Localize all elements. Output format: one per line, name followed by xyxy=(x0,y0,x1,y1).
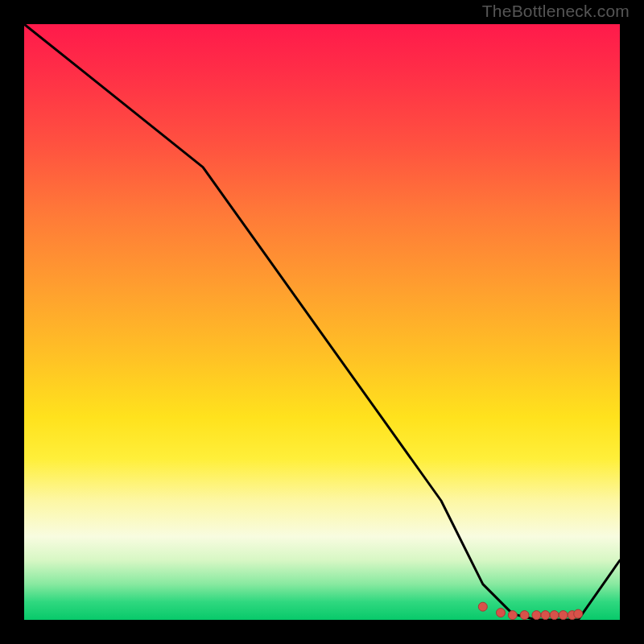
data-marker xyxy=(508,611,517,620)
plot-area xyxy=(24,24,620,620)
data-marker xyxy=(574,609,583,618)
data-marker xyxy=(559,611,568,620)
attribution-label: TheBottleneck.com xyxy=(482,2,630,21)
data-marker xyxy=(520,611,529,620)
data-line xyxy=(24,24,620,620)
data-marker xyxy=(478,602,487,611)
data-marker xyxy=(497,609,506,617)
data-markers xyxy=(478,602,582,619)
data-marker xyxy=(550,611,559,620)
chart-frame: TheBottleneck.com xyxy=(0,0,644,644)
data-marker xyxy=(532,611,541,620)
chart-overlay xyxy=(24,24,620,620)
data-marker xyxy=(541,611,550,620)
